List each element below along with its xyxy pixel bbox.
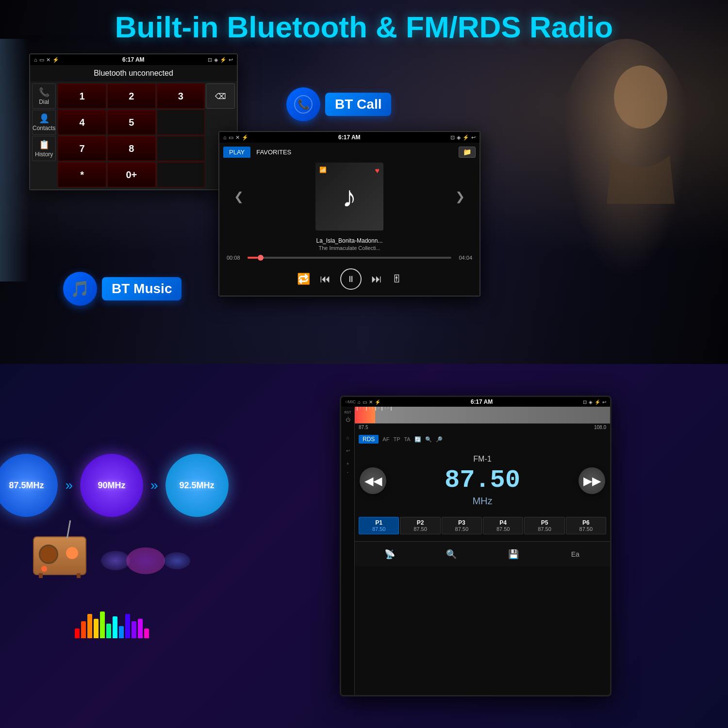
tab-play[interactable]: PLAY: [223, 147, 250, 158]
track-name: La_Isla_Bonita-Madonn...: [224, 237, 475, 244]
preset-p4-freq: 87.50: [485, 526, 521, 532]
contacts-icon: 👤: [39, 113, 50, 124]
eq-bar-4: [94, 619, 99, 638]
repeat-button[interactable]: 🔁: [297, 273, 310, 285]
fm-nav-search[interactable]: 🔍: [441, 546, 463, 563]
preset-p4[interactable]: P4 87.50: [483, 517, 523, 534]
call-time: 6:17 AM: [122, 56, 145, 63]
vintage-radio: [33, 536, 91, 585]
key-0plus[interactable]: 0+: [107, 162, 156, 187]
preset-p3-freq: 87.50: [444, 526, 480, 532]
key-2[interactable]: 2: [107, 83, 156, 109]
key-8[interactable]: 8: [107, 136, 156, 161]
progress-track[interactable]: [248, 257, 451, 259]
key-7[interactable]: 7: [58, 136, 106, 161]
ta-option[interactable]: TA: [404, 436, 410, 443]
bt-music-badge-label: BT Music: [102, 277, 182, 300]
tick: [357, 407, 358, 411]
eq-bar-5: [100, 612, 105, 638]
af-option[interactable]: AF: [382, 436, 389, 443]
back-icon4[interactable]: ↩: [346, 448, 350, 453]
top-section: Built-in Bluetooth & FM/RDS Radio ⌂ ▭ ✕ …: [0, 0, 728, 364]
key-3[interactable]: 3: [157, 83, 205, 109]
dial-label: Dial: [39, 99, 49, 105]
tp-option[interactable]: TP: [393, 436, 400, 443]
preset-p3[interactable]: P3 87.50: [442, 517, 482, 534]
history-button[interactable]: 📋 History: [32, 136, 56, 161]
bt-call-badge: 📞 BT Call: [286, 87, 391, 121]
eq-bar-6: [106, 624, 111, 638]
fm-tuner-bar[interactable]: [355, 407, 610, 424]
fm-statusbar-right: ⊡ ◈ ⚡ ↩: [583, 399, 606, 405]
statusbar-left-icons: ⌂ ▭ ✕ ⚡: [34, 57, 59, 63]
phone-wave-icon: 📞: [294, 95, 313, 114]
tick: [388, 407, 388, 409]
music-time: 6:17 AM: [338, 134, 361, 141]
prev-track-button[interactable]: ❮: [229, 185, 248, 208]
arrow-2: »: [150, 478, 158, 493]
preset-p6[interactable]: P6 87.50: [566, 517, 606, 534]
fm-main-content: 87.5 108.0 RDS AF TP TA 🔄 🔍 🔎: [355, 407, 610, 566]
bt-music-icon-circle: 🎵: [63, 272, 97, 306]
contacts-button[interactable]: 👤 Contacts: [32, 110, 56, 135]
music-tabs: PLAY FAVORITES 📁: [219, 143, 480, 158]
tick: [375, 407, 376, 411]
album-info: La_Isla_Bonita-Madonn... The Immaculate …: [219, 235, 480, 251]
rds-badge: RDS: [359, 435, 379, 444]
search-icon1[interactable]: 🔍: [425, 436, 432, 443]
album-area: ❮ 📶 ♥ ❯: [219, 158, 480, 235]
home-icon4[interactable]: ⌂: [346, 435, 349, 440]
key-1[interactable]: 1: [58, 83, 106, 109]
key-5[interactable]: 5: [107, 110, 156, 135]
search-icon2[interactable]: 🔎: [436, 436, 443, 443]
radio-dial: [66, 547, 78, 559]
dial-button[interactable]: 📞 Dial: [32, 83, 56, 109]
fm-prev-button[interactable]: ◀◀: [360, 467, 386, 494]
next-button[interactable]: ⏭: [371, 273, 382, 285]
fm-next-button[interactable]: ▶▶: [579, 467, 605, 494]
preset-p1-label: P1: [361, 519, 397, 526]
location-icon2: ◈: [457, 134, 461, 141]
fm-channel-name: FM-1: [391, 455, 574, 463]
main-headline: Built-in Bluetooth & FM/RDS Radio: [0, 10, 728, 44]
fm-min-label: 87.5: [359, 425, 368, 430]
arrow-1: »: [65, 478, 73, 493]
artist-name: The Immaculate Collecti...: [224, 245, 475, 251]
fm-right-panel: ○MIC ⌂ ▭ ✕ ⚡ 6:17 AM ⊡ ◈ ⚡ ↩ RST ⏻ ⌂: [223, 364, 728, 728]
preset-p5[interactable]: P5 87.50: [524, 517, 564, 534]
home-icon3: ⌂: [358, 399, 361, 405]
music-statusbar: ⌂ ▭ ✕ ⚡ 6:17 AM ⊡ ◈ ⚡ ↩: [219, 132, 480, 143]
tab-favorites[interactable]: FAVORITES: [250, 147, 297, 158]
bt-status-text: Bluetooth unconnected: [30, 65, 237, 82]
key-4[interactable]: 4: [58, 110, 106, 135]
fm-statusbar: ○MIC ⌂ ▭ ✕ ⚡ 6:17 AM ⊡ ◈ ⚡ ↩: [341, 397, 610, 407]
preset-p5-freq: 87.50: [527, 526, 562, 532]
preset-p1[interactable]: P1 87.50: [359, 517, 399, 534]
equalizer-button[interactable]: 🎚: [392, 273, 402, 285]
fm-nav-cast[interactable]: 📡: [379, 546, 400, 563]
fm-nav-save[interactable]: 💾: [502, 546, 524, 563]
fm-time: 6:17 AM: [471, 398, 493, 405]
fm-left-sidebar: RST ⏻ ⌂ ↩ + -: [341, 409, 355, 695]
power-icon[interactable]: ⏻: [346, 417, 350, 422]
prev-button[interactable]: ⏮: [320, 273, 331, 285]
delete-button[interactable]: ⌫: [206, 83, 235, 109]
tick: [366, 407, 367, 411]
minus-icon[interactable]: -: [347, 469, 348, 475]
fm-left-panel: 87.5MHz » 90MHz » 92.5MHz: [0, 364, 223, 728]
fm-nav-info[interactable]: Ea: [564, 546, 586, 563]
play-pause-button[interactable]: ⏸: [340, 268, 362, 290]
tick: [363, 407, 364, 409]
key-star[interactable]: *: [58, 162, 106, 187]
numpad-grid: 1 2 3 ⌫ 4 5 7 8 * 0+: [58, 83, 235, 187]
folder-button[interactable]: 📁: [459, 147, 476, 158]
bt-call-badge-label: BT Call: [325, 93, 391, 116]
preset-p2[interactable]: P2 87.50: [400, 517, 440, 534]
radio-antenna: [66, 520, 71, 539]
close-icon: ✕: [46, 57, 50, 63]
next-track-button[interactable]: ❯: [450, 185, 470, 208]
eq-bar-12: [144, 629, 149, 638]
wave-blob-1: [101, 551, 130, 570]
plus-icon[interactable]: +: [347, 461, 349, 466]
home-icon: ⌂: [34, 57, 37, 63]
